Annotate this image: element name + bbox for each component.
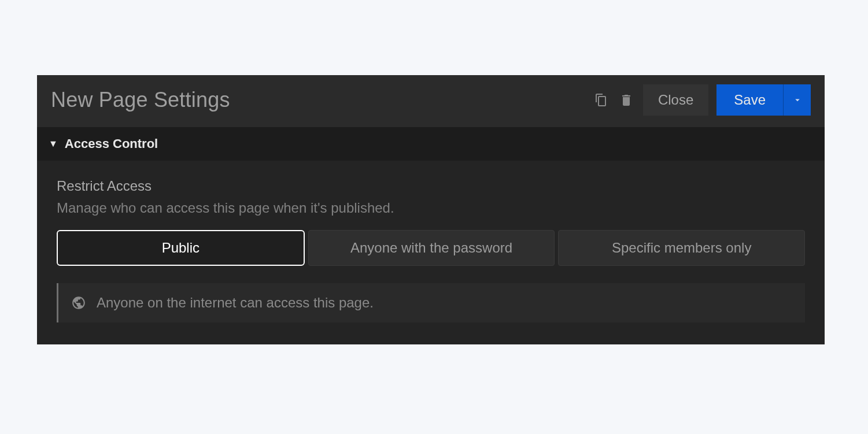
collapse-triangle-icon: ▼ xyxy=(49,139,58,149)
save-dropdown-button[interactable] xyxy=(783,84,811,116)
globe-icon xyxy=(71,295,86,310)
access-option-label: Anyone with the password xyxy=(350,240,512,256)
copy-icon[interactable] xyxy=(592,91,610,109)
access-option-label: Specific members only xyxy=(612,240,751,256)
header-actions: Close Save xyxy=(592,84,811,116)
save-button-group: Save xyxy=(716,84,811,116)
save-button[interactable]: Save xyxy=(716,84,783,116)
panel-title: New Page Settings xyxy=(51,88,230,112)
page-settings-panel: New Page Settings Close Save xyxy=(37,75,825,344)
close-button[interactable]: Close xyxy=(643,84,708,116)
panel-header: New Page Settings Close Save xyxy=(37,75,825,127)
restrict-access-title: Restrict Access xyxy=(57,178,805,194)
access-option-password[interactable]: Anyone with the password xyxy=(308,230,555,266)
trash-icon[interactable] xyxy=(618,91,635,109)
access-segmented-control: Public Anyone with the password Specific… xyxy=(57,230,805,266)
access-info-text: Anyone on the internet can access this p… xyxy=(97,295,374,311)
section-title: Access Control xyxy=(65,136,158,151)
section-body: Restrict Access Manage who can access th… xyxy=(37,161,825,344)
section-header-access-control[interactable]: ▼ Access Control xyxy=(37,127,825,161)
access-option-label: Public xyxy=(162,240,200,256)
restrict-access-desc: Manage who can access this page when it'… xyxy=(57,200,805,216)
access-option-public[interactable]: Public xyxy=(57,230,305,266)
chevron-down-icon xyxy=(792,95,803,105)
access-info-box: Anyone on the internet can access this p… xyxy=(57,283,805,322)
access-option-members[interactable]: Specific members only xyxy=(558,230,805,266)
